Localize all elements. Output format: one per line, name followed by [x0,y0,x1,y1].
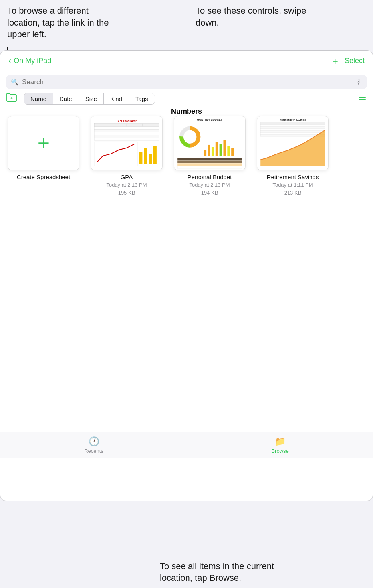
create-spreadsheet-item[interactable]: + Create Spreadsheet [8,116,79,180]
gpa-item[interactable]: GPA Calculator [91,116,163,197]
svg-rect-11 [94,130,159,132]
tab-browse-label: Browse [271,448,288,454]
file-meta: Today at 2:13 PM195 KB [106,181,147,197]
tab-recents[interactable]: 🕐 Recents [76,434,111,456]
add-button[interactable]: + [332,56,338,66]
svg-rect-28 [212,147,214,156]
sort-tags[interactable]: Tags [129,93,155,104]
search-icon: 🔍 [11,78,19,86]
nav-actions: + Select [332,56,365,66]
file-meta: Today at 2:13 PM194 KB [189,181,230,197]
svg-rect-27 [208,145,210,156]
file-name: Create Spreadsheet [17,174,70,180]
select-button[interactable]: Select [345,57,365,65]
svg-rect-34 [177,158,242,160]
svg-text:+: + [10,95,13,100]
svg-rect-40 [260,122,325,125]
svg-rect-44 [260,130,325,132]
file-name: Personal Budget [188,174,232,180]
svg-rect-37 [177,166,242,168]
retirement-thumb: RETIREMENT SAVINGS [257,116,329,170]
nav-bar: ‹ On My iPad + Select [0,51,373,71]
svg-rect-14 [94,138,159,140]
app-chrome: ‹ On My iPad + Select Numbers 🔍 🎙 + Name… [0,50,373,501]
svg-rect-36 [177,163,242,166]
annotation-top-right: To see these controls, swipe down. [196,5,315,28]
file-name: Retirement Savings [267,174,319,180]
gpa-thumb: GPA Calculator [91,116,163,170]
sort-pills: Name Date Size Kind Tags [24,93,155,105]
file-name: GPA [121,174,133,180]
back-button[interactable]: ‹ On My iPad [8,56,332,66]
budget-thumb: MONTHLY BUDGET [174,116,246,170]
svg-rect-43 [260,129,325,131]
chevron-left-icon: ‹ [8,56,11,66]
files-grid: + Create Spreadsheet GPA Calculator [0,107,373,205]
retirement-item[interactable]: RETIREMENT SAVINGS Retirement Savin [257,116,329,197]
callout-line-bottom [236,523,236,545]
microphone-icon[interactable]: 🎙 [355,78,362,86]
svg-rect-32 [227,146,230,156]
create-plus-icon: + [38,133,50,154]
svg-rect-18 [149,154,152,164]
svg-rect-42 [260,127,325,129]
svg-rect-30 [220,144,222,156]
list-view-icon[interactable] [357,93,367,104]
sort-date[interactable]: Date [53,93,79,104]
svg-rect-29 [216,142,218,156]
svg-rect-19 [153,146,157,164]
back-label: On My iPad [14,57,51,65]
svg-rect-45 [260,132,325,134]
svg-rect-13 [94,135,159,138]
svg-rect-17 [144,148,147,164]
sort-size[interactable]: Size [79,93,104,104]
svg-rect-35 [177,160,242,163]
svg-rect-33 [231,148,234,156]
new-folder-icon[interactable]: + [6,93,17,105]
search-input[interactable] [22,78,352,86]
svg-text:GPA Calculator: GPA Calculator [117,120,137,122]
svg-rect-12 [94,132,159,135]
svg-rect-41 [260,125,325,127]
toolbar-row: + Name Date Size Kind Tags [0,93,373,107]
sort-name[interactable]: Name [24,93,53,104]
search-bar: 🔍 🎙 [6,75,367,89]
svg-rect-31 [223,140,226,156]
sort-kind[interactable]: Kind [104,93,129,104]
personal-budget-item[interactable]: MONTHLY BUDGET [174,116,246,197]
svg-rect-16 [139,152,143,164]
annotation-bottom: To see all items in the current location… [160,560,284,584]
browse-icon: 📁 [275,436,286,447]
file-meta: Today at 1:11 PM213 KB [272,181,313,197]
svg-rect-26 [204,150,206,156]
tab-browse[interactable]: 📁 Browse [263,434,296,456]
tab-recents-label: Recents [84,448,103,454]
create-thumb: + [8,116,79,170]
tab-bar: 🕐 Recents 📁 Browse [0,432,373,458]
annotation-top-left: To browse a different location, tap the … [7,5,119,40]
recents-icon: 🕐 [89,436,99,447]
svg-text:RETIREMENT SAVINGS: RETIREMENT SAVINGS [280,119,306,121]
svg-rect-10 [94,127,159,130]
